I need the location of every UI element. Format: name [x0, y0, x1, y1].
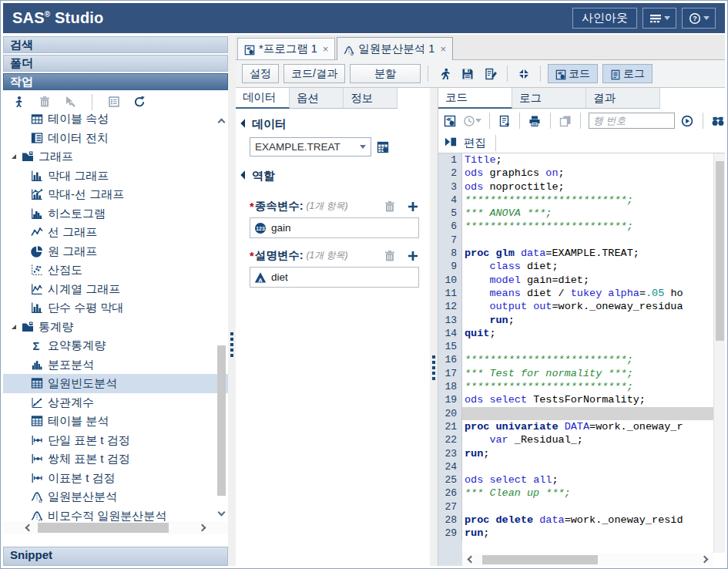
settings-button[interactable]: 설정: [242, 64, 279, 83]
accordion-snippet[interactable]: Snippet: [3, 547, 228, 566]
tab-info[interactable]: 정보: [344, 88, 398, 109]
divider: [580, 113, 581, 129]
run-icon[interactable]: [438, 68, 451, 80]
code-line: 8proc glm data=EXAMPLE.TREAT;: [438, 247, 725, 260]
tree-item[interactable]: 테이블 속성: [3, 113, 228, 129]
goto-line-icon[interactable]: [681, 115, 693, 127]
tree-item[interactable]: 히스토그램: [3, 204, 228, 224]
tab-oneway-anova-1[interactable]: α 일원분산분석 1 ×: [337, 37, 453, 60]
export-code-icon[interactable]: [498, 115, 511, 127]
panel-splitter[interactable]: [430, 88, 438, 566]
scrollbar-thumb[interactable]: [716, 161, 724, 341]
tree-item[interactable]: 상관계수: [3, 393, 228, 412]
tree-item[interactable]: 선 그래프: [3, 223, 228, 242]
variable-item-gain[interactable]: 123 gain: [250, 217, 419, 238]
submit-icon[interactable]: [445, 136, 457, 149]
scrollbar-thumb[interactable]: [217, 345, 226, 495]
code-results-button[interactable]: 코드/결과: [283, 64, 345, 83]
expand-caret-icon[interactable]: [11, 153, 17, 160]
tree-item[interactable]: 단일 표본 t 검정: [3, 431, 228, 450]
line-number-input[interactable]: [589, 113, 675, 129]
tab-program-1[interactable]: ≪ *프로그램 1 ×: [237, 38, 335, 59]
close-tab-icon[interactable]: ×: [440, 43, 446, 55]
collapse-icon[interactable]: [518, 68, 530, 80]
tree-item[interactable]: 막대 그래프: [3, 167, 228, 186]
tree-item-label: 단수 수평 막대: [48, 300, 123, 315]
show-log-button[interactable]: 로그: [602, 64, 653, 83]
scroll-right-icon[interactable]: [701, 556, 709, 564]
tree-item[interactable]: 이표본 t 검정: [3, 469, 228, 488]
tree-item[interactable]: 통계량: [3, 318, 228, 337]
scroll-left-icon[interactable]: [468, 556, 475, 564]
tree-horizontal-scrollbar[interactable]: [3, 521, 228, 534]
tree-item[interactable]: Σ요약통계량: [3, 336, 228, 355]
tab-options[interactable]: 옵션: [290, 88, 344, 109]
editor-vertical-scrollbar[interactable]: [713, 153, 725, 553]
close-tab-icon[interactable]: ×: [323, 43, 329, 55]
tab-log[interactable]: 로그: [512, 88, 586, 109]
scroll-down-icon[interactable]: [218, 509, 226, 517]
scrollbar-thumb[interactable]: [38, 523, 169, 533]
print-icon[interactable]: [528, 115, 541, 127]
tree-item[interactable]: 테이블 분석: [3, 412, 228, 431]
tree-item[interactable]: 막대-선 그래프: [3, 185, 228, 204]
dataset-select[interactable]: EXAMPLE.TREAT: [250, 137, 371, 157]
variable-item-diet[interactable]: A diet: [250, 267, 419, 288]
tree-item[interactable]: 쌍체 표본 t 검정: [3, 449, 228, 469]
tree-item[interactable]: 분포분석: [3, 355, 228, 375]
refresh-icon[interactable]: [133, 96, 146, 108]
spacer: [3, 534, 228, 547]
split-button[interactable]: 분할: [350, 64, 421, 83]
tree-vertical-scrollbar[interactable]: [216, 115, 227, 520]
delete-task-icon[interactable]: [39, 96, 51, 108]
tree-item[interactable]: 일원빈도분석: [3, 374, 228, 393]
barchart-icon: [31, 170, 43, 182]
edit-task-icon[interactable]: [64, 96, 76, 108]
tree-item[interactable]: 그래프: [3, 147, 228, 167]
scrollbar-thumb[interactable]: [482, 555, 598, 564]
tree-item[interactable]: 데이터 전치: [3, 129, 228, 148]
anova-icon: α: [31, 510, 43, 521]
code-line: 10 model gain=diet;: [438, 274, 725, 287]
remove-variable-icon[interactable]: [384, 250, 396, 262]
show-code-button[interactable]: ≪코드: [548, 64, 598, 83]
find-icon[interactable]: [712, 115, 724, 127]
add-variable-icon[interactable]: [407, 200, 419, 213]
scroll-left-icon[interactable]: [25, 524, 33, 532]
tree-item[interactable]: 시계열 그래프: [3, 280, 228, 299]
editor-horizontal-scrollbar[interactable]: [462, 554, 713, 566]
history-icon[interactable]: [463, 115, 475, 127]
open-task-icon[interactable]: [13, 96, 25, 108]
copy-icon[interactable]: [559, 115, 572, 127]
tab-results[interactable]: 결과: [586, 88, 660, 109]
choose-table-icon[interactable]: [377, 141, 389, 153]
edit-icon[interactable]: [485, 68, 497, 80]
remove-variable-icon[interactable]: [384, 200, 396, 213]
tree-item[interactable]: 단수 수평 막대: [3, 298, 228, 318]
accordion-tasks[interactable]: 작업: [3, 73, 228, 90]
roles-section-header[interactable]: 역할: [236, 157, 430, 189]
tree-item[interactable]: α일원분산분석: [3, 487, 228, 507]
help-button[interactable]: ?: [682, 8, 716, 29]
tree-item-label: 시계열 그래프: [48, 281, 120, 297]
accordion-folders[interactable]: 폴더: [3, 55, 228, 72]
tab-data[interactable]: 데이터: [236, 88, 290, 109]
properties-icon[interactable]: [108, 96, 120, 108]
tree-item[interactable]: 원 그래프: [3, 242, 228, 261]
expand-caret-icon[interactable]: [11, 324, 17, 330]
add-variable-icon[interactable]: [407, 250, 419, 262]
scroll-up-icon[interactable]: [218, 119, 226, 126]
code-editor[interactable]: 1Title;2ods graphics on;3ods noproctitle…: [438, 153, 725, 566]
sign-out-button[interactable]: 사인아웃: [572, 8, 637, 29]
sidebar-splitter[interactable]: [228, 35, 236, 566]
app-menu-button[interactable]: [642, 8, 676, 29]
scroll-right-icon[interactable]: [199, 524, 206, 532]
accordion-search[interactable]: 검색: [3, 36, 228, 53]
save-icon[interactable]: [461, 68, 474, 80]
tree-item-label: 일원빈도분석: [48, 375, 117, 391]
code-icon[interactable]: ≪: [444, 115, 456, 127]
tab-code[interactable]: 코드: [438, 88, 512, 109]
tree-item[interactable]: 산점도: [3, 261, 228, 280]
data-section-header[interactable]: 데이터: [236, 109, 430, 137]
tree-item[interactable]: α비모수적 일원분산분석: [3, 507, 228, 522]
